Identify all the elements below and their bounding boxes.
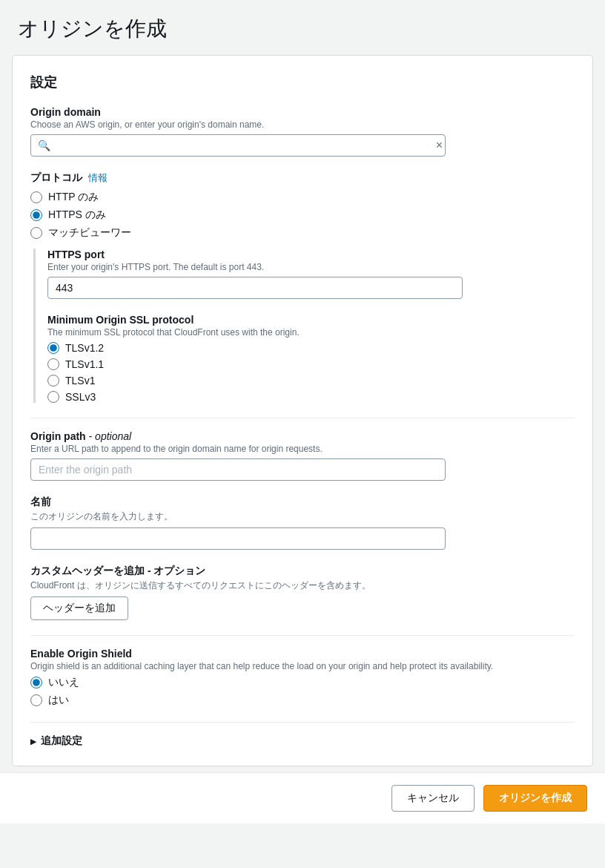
protocol-http-only-radio[interactable] [30,191,42,203]
origin-shield-yes[interactable]: はい [30,694,575,707]
ssl-protocol-group: Minimum Origin SSL protocol The minimum … [47,314,575,403]
page-title: オリジンを作成 [0,0,605,55]
origin-shield-group: Enable Origin Shield Origin shield is an… [30,648,575,707]
additional-settings-row[interactable]: ▶ 追加設定 [30,734,575,748]
ssl-tlsv1-label: TLSv1 [65,375,95,387]
origin-shield-no-radio[interactable] [30,677,42,688]
origin-domain-group: Origin domain Choose an AWS origin, or e… [30,106,575,157]
divider-3 [30,722,575,723]
ssl-tlsv11-radio[interactable] [47,358,59,370]
triangle-icon: ▶ [30,737,36,746]
ssl-sslv3-label: SSLv3 [65,391,96,403]
origin-path-description: Enter a URL path to append to the origin… [30,444,575,454]
custom-headers-description: CloudFront は、オリジンに送信するすべてのリクエストにこのヘッダーを含… [30,579,575,592]
origin-path-input[interactable] [30,458,446,481]
ssl-sslv3-radio[interactable] [47,391,59,403]
origin-domain-description: Choose an AWS origin, or enter your orig… [30,119,575,130]
origin-path-optional: - optional [89,430,132,442]
origin-shield-yes-radio[interactable] [30,694,42,706]
additional-settings-label: 追加設定 [41,734,82,748]
custom-headers-label: カスタムヘッダーを追加 - オプション [30,565,575,578]
footer-bar: キャンセル オリジンを作成 [0,772,605,823]
https-port-description: Enter your origin's HTTPS port. The defa… [47,262,575,272]
protocol-info-link[interactable]: 情報 [88,171,108,185]
cancel-button[interactable]: キャンセル [391,785,475,812]
protocol-match-viewer-radio[interactable] [30,227,42,239]
protocol-https-only-label: HTTPS のみ [48,208,106,222]
protocol-https-only[interactable]: HTTPS のみ [30,208,575,222]
ssl-tlsv12[interactable]: TLSv1.2 [47,342,575,354]
protocol-section: プロトコル 情報 HTTP のみ HTTPS のみ マッチビューワー [30,171,575,240]
create-origin-button[interactable]: オリジンを作成 [483,785,587,812]
https-port-label: HTTPS port [47,249,575,260]
custom-headers-group: カスタムヘッダーを追加 - オプション CloudFront は、オリジンに送信… [30,565,575,620]
divider-1 [30,418,575,418]
add-header-button[interactable]: ヘッダーを追加 [30,596,128,620]
origin-shield-radio-group: いいえ はい [30,676,575,707]
https-port-group: HTTPS port Enter your origin's HTTPS por… [47,249,575,299]
origin-shield-description: Origin shield is an additional caching l… [30,661,575,671]
main-card: 設定 Origin domain Choose an AWS origin, o… [12,55,593,766]
https-port-input[interactable]: 443 [47,277,463,299]
ssl-tlsv12-label: TLSv1.2 [65,342,104,354]
origin-domain-input[interactable] [30,134,446,157]
ssl-tlsv1-radio[interactable] [47,375,59,387]
protocol-radio-group: HTTP のみ HTTPS のみ マッチビューワー [30,191,575,240]
origin-shield-no[interactable]: いいえ [30,676,575,689]
name-label: 名前 [30,496,575,509]
ssl-protocol-description: The minimum SSL protocol that CloudFront… [47,327,575,338]
search-icon: 🔍 [38,139,50,151]
protocol-match-viewer[interactable]: マッチビューワー [30,226,575,240]
origin-path-label: Origin path - optional [30,430,575,442]
name-input[interactable] [30,527,446,550]
ssl-tlsv11-label: TLSv1.1 [65,358,104,370]
protocol-http-only-label: HTTP のみ [48,191,99,204]
origin-path-group: Origin path - optional Enter a URL path … [30,430,575,481]
divider-2 [30,635,575,636]
origin-domain-label: Origin domain [30,106,575,118]
clear-icon[interactable]: × [436,139,443,152]
ssl-tlsv1[interactable]: TLSv1 [47,375,575,387]
protocol-https-only-radio[interactable] [30,209,42,221]
https-settings-section: HTTPS port Enter your origin's HTTPS por… [33,249,575,403]
ssl-protocol-label: Minimum Origin SSL protocol [47,314,575,326]
ssl-tlsv12-radio[interactable] [47,342,59,354]
origin-shield-label: Enable Origin Shield [30,648,575,660]
protocol-match-viewer-label: マッチビューワー [48,226,131,240]
origin-shield-no-label: いいえ [48,676,79,689]
name-description: このオリジンの名前を入力します。 [30,510,575,523]
name-group: 名前 このオリジンの名前を入力します。 [30,496,575,550]
protocol-label-row: プロトコル 情報 [30,171,575,185]
ssl-protocol-radio-group: TLSv1.2 TLSv1.1 TLSv1 SSLv3 [47,342,575,403]
ssl-sslv3[interactable]: SSLv3 [47,391,575,403]
ssl-tlsv11[interactable]: TLSv1.1 [47,358,575,370]
protocol-label: プロトコル [30,171,82,185]
origin-domain-input-wrapper: 🔍 × [30,134,575,157]
protocol-http-only[interactable]: HTTP のみ [30,191,575,204]
origin-shield-yes-label: はい [48,694,69,707]
section-title: 設定 [30,73,575,91]
